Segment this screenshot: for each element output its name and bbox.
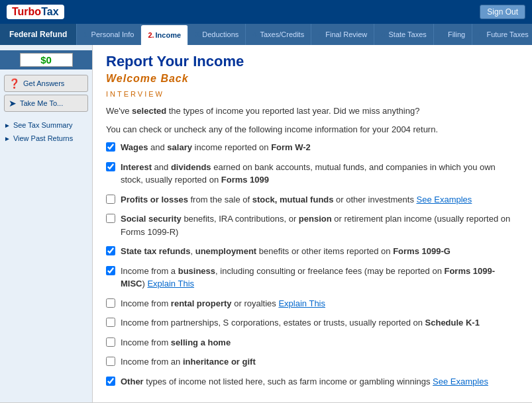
see-examples-link-1[interactable]: See Examples (417, 195, 472, 204)
arrow-icon: ➤ (9, 98, 17, 109)
intro-text-2: You can check or uncheck any of the foll… (106, 123, 519, 136)
income-checkbox-list: Wages and salary income reported on Form… (106, 141, 519, 388)
take-me-to-button[interactable]: ➤ Take Me To... (4, 95, 88, 112)
tab-filing[interactable]: 7. Filing (434, 24, 472, 45)
wages-checkbox[interactable] (106, 142, 115, 152)
state-tax-refunds-checkbox[interactable] (106, 246, 115, 255)
income-item-other: Other types of income not listed here, s… (106, 375, 519, 388)
selling-home-checkbox[interactable] (106, 337, 115, 347)
sign-out-button[interactable]: Sign Out (480, 5, 525, 19)
interest-checkbox[interactable] (106, 162, 115, 171)
partnerships-checkbox[interactable] (106, 318, 115, 327)
explain-this-link-2[interactable]: Explain This (278, 298, 325, 308)
tab-state-taxes[interactable]: 6. State Taxes (374, 24, 433, 45)
social-security-checkbox[interactable] (106, 214, 115, 223)
income-item-selling-home: Income from selling a home (106, 336, 519, 349)
tab-deductions[interactable]: 3. Deductions (188, 24, 246, 45)
refund-amount: $0 (20, 53, 73, 67)
income-item-state-tax-refunds: State tax refunds, unemployment benefits… (106, 245, 519, 258)
app-header: TurboTax Sign Out (0, 0, 532, 24)
question-icon: ❓ (9, 78, 20, 89)
turbotax-logo: TurboTax (7, 5, 64, 19)
intro-text-1: We've selected the types of income you r… (106, 105, 519, 118)
main-layout: $0 ❓ Get Answers ➤ Take Me To... ► See T… (0, 45, 532, 402)
get-answers-button[interactable]: ❓ Get Answers (4, 75, 88, 92)
main-content: Report Your Income Welcome Back INTERVIE… (93, 45, 532, 402)
page-title: Report Your Income (106, 53, 519, 70)
business-checkbox[interactable] (106, 266, 115, 275)
see-examples-link-2[interactable]: See Examples (433, 377, 488, 386)
income-item-social-security: Social security benefits, IRA contributi… (106, 212, 519, 238)
interview-label: INTERVIEW (106, 90, 519, 98)
income-item-interest: Interest and dividends earned on bank ac… (106, 161, 519, 187)
income-item-wages: Wages and salary income reported on Form… (106, 141, 519, 154)
arrow-right-icon: ► (4, 122, 11, 129)
profits-losses-checkbox[interactable] (106, 195, 115, 204)
explain-this-link-1[interactable]: Explain This (147, 279, 194, 289)
income-item-business: Income from a business, including consul… (106, 265, 519, 291)
tab-future-taxes[interactable]: 8. Future Taxes (472, 24, 532, 45)
other-checkbox[interactable] (106, 377, 115, 386)
rental-checkbox[interactable] (106, 298, 115, 308)
nav-tabs: Federal Refund 1. Personal Info 2. Incom… (0, 24, 532, 45)
income-item-partnerships: Income from partnerships, S corporations… (106, 316, 519, 330)
tab-personal-info[interactable]: 1. Personal Info (77, 24, 141, 45)
tab-final-review[interactable]: 5. Final Review (311, 24, 374, 45)
see-tax-summary-link[interactable]: ► See Tax Summary (0, 118, 92, 132)
arrow-right-icon: ► (4, 135, 11, 142)
inheritance-checkbox[interactable] (106, 357, 115, 366)
refund-section: $0 (0, 50, 92, 69)
tab-taxes-credits[interactable]: 4. Taxes/Credits (246, 24, 311, 45)
income-item-inheritance: Income from an inheritance or gift (106, 355, 519, 369)
sidebar: $0 ❓ Get Answers ➤ Take Me To... ► See T… (0, 45, 93, 402)
income-item-profits-losses: Profits or losses from the sale of stock… (106, 193, 519, 206)
tab-income[interactable]: 2. Income (141, 25, 188, 45)
view-past-returns-link[interactable]: ► View Past Returns (0, 132, 92, 145)
income-item-rental: Income from rental property or royalties… (106, 297, 519, 310)
welcome-back-text: Welcome Back (106, 73, 519, 85)
tab-federal-refund[interactable]: Federal Refund (0, 24, 77, 45)
